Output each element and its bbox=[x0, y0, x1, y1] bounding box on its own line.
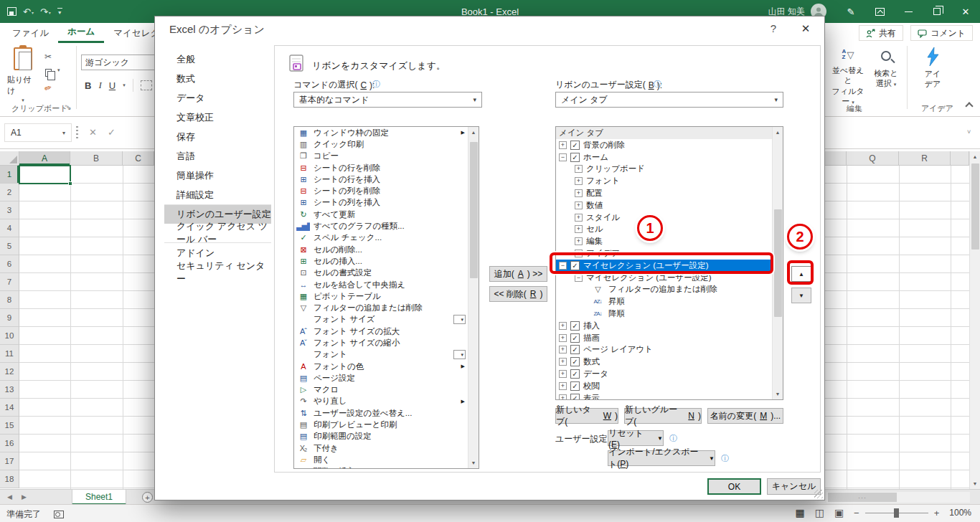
dialog-help-button[interactable]: ? bbox=[765, 22, 782, 34]
ribbon-tree-item[interactable]: +✓挿入 bbox=[556, 320, 772, 332]
underline-button[interactable]: U bbox=[109, 80, 116, 91]
expand-box-icon[interactable]: + bbox=[575, 237, 583, 245]
row-header-3[interactable]: 3 bbox=[0, 201, 19, 219]
minimize-button[interactable] bbox=[894, 0, 923, 23]
normal-view-icon[interactable]: ▦ bbox=[795, 507, 804, 518]
dialog-launcher-icon[interactable]: ⇘ bbox=[66, 104, 72, 111]
expand-box-icon[interactable]: + bbox=[559, 334, 567, 342]
scrollbar-thumb[interactable] bbox=[470, 142, 478, 278]
tree-scrollbar[interactable]: ▲ ▼ bbox=[772, 127, 783, 399]
command-item[interactable]: ⊡セルの書式設定 bbox=[294, 267, 468, 279]
scrollbar-thumb[interactable]: ··· bbox=[828, 493, 897, 502]
grid-body[interactable] bbox=[825, 166, 969, 489]
ribbon-tree-item[interactable]: +スタイル bbox=[556, 212, 772, 224]
remove-button[interactable]: << 削除(R) bbox=[489, 286, 547, 302]
row-header-2[interactable]: 2 bbox=[0, 184, 19, 201]
zoom-thumb[interactable] bbox=[894, 508, 899, 518]
enter-entry-icon[interactable]: ✓ bbox=[108, 127, 116, 138]
ink-pen-icon[interactable]: ✎ bbox=[837, 0, 865, 23]
command-item[interactable]: ▤ページ設定 bbox=[294, 372, 468, 384]
sheet-tab[interactable]: Sheet1 bbox=[72, 490, 126, 505]
command-item[interactable]: ⊞シートの行を挿入 bbox=[294, 174, 468, 185]
command-item[interactable]: ↷やり直し▶ bbox=[294, 396, 468, 407]
checkbox[interactable]: ✓ bbox=[570, 153, 580, 162]
scroll-down-icon[interactable]: ▼ bbox=[773, 389, 783, 399]
italic-button[interactable]: I bbox=[98, 80, 101, 91]
import-export-button[interactable]: インポート/エクスポート(P)▼ bbox=[608, 450, 715, 466]
scroll-up-icon[interactable]: ▲ bbox=[468, 127, 479, 138]
collapse-box-icon[interactable]: − bbox=[559, 153, 567, 161]
row-header-4[interactable]: 4 bbox=[0, 219, 19, 237]
add-button[interactable]: 追加(A) >> bbox=[489, 266, 547, 282]
row-header-13[interactable]: 13 bbox=[0, 381, 19, 399]
command-item[interactable]: ▦ピボットテーブル bbox=[294, 290, 468, 302]
zoom-track[interactable] bbox=[865, 513, 928, 513]
macro-record-icon[interactable] bbox=[54, 511, 64, 518]
new-sheet-button[interactable]: + bbox=[142, 492, 153, 503]
ribbon-display-options-icon[interactable] bbox=[865, 0, 894, 23]
column-header-R[interactable]: R bbox=[899, 151, 951, 166]
command-item[interactable]: ▤印刷範囲の設定 bbox=[294, 431, 468, 442]
command-item[interactable]: ▦ウィンドウ枠の固定▶ bbox=[294, 127, 468, 138]
choose-commands-dropdown[interactable]: 基本的なコマンド ▾ bbox=[293, 92, 482, 108]
expand-box-icon[interactable]: + bbox=[559, 346, 567, 353]
row-header-10[interactable]: 10 bbox=[0, 327, 19, 345]
column-header-C[interactable]: C bbox=[123, 151, 154, 166]
checkbox[interactable]: ✓ bbox=[570, 357, 580, 366]
ribbon-tree-item[interactable]: +編集 bbox=[556, 235, 772, 247]
options-nav-item-8[interactable]: 詳細設定 bbox=[164, 185, 271, 204]
column-header-B[interactable]: B bbox=[70, 151, 123, 166]
row-header-6[interactable]: 6 bbox=[0, 255, 19, 273]
options-nav-item-2[interactable]: 数式 bbox=[164, 69, 271, 88]
ribbon-tree-item[interactable]: +✓ページ レイアウト bbox=[556, 344, 772, 356]
rename-button[interactable]: 名前の変更(M)... bbox=[707, 408, 783, 424]
options-nav-item-6[interactable]: 言語 bbox=[164, 146, 271, 166]
expand-box-icon[interactable]: + bbox=[559, 394, 567, 399]
borders-button[interactable] bbox=[141, 80, 152, 90]
next-sheet-icon[interactable]: ▶ bbox=[22, 493, 27, 500]
expand-box-icon[interactable]: + bbox=[575, 177, 583, 185]
options-nav-item-12[interactable]: セキュリティ センター bbox=[164, 262, 271, 282]
checkbox[interactable]: ✓ bbox=[570, 381, 580, 391]
command-item[interactable]: ↻すべて更新 bbox=[294, 209, 468, 220]
ribbon-tree-item[interactable]: +✓数式 bbox=[556, 356, 772, 368]
expand-box-icon[interactable]: + bbox=[559, 141, 567, 149]
move-down-button[interactable]: ▼ bbox=[791, 288, 811, 303]
prev-sheet-icon[interactable]: ◀ bbox=[7, 493, 12, 500]
dialog-close-button[interactable]: ✕ bbox=[796, 22, 815, 35]
chevron-down-icon[interactable]: ▾ bbox=[123, 82, 126, 88]
command-item[interactable]: ⊞シートの列を挿入 bbox=[294, 197, 468, 209]
command-item[interactable]: フォント▾ bbox=[294, 349, 468, 361]
command-item[interactable]: ▽フィルターの追加または削除 bbox=[294, 302, 468, 313]
new-tab-button[interactable]: 新しいタブ(W) bbox=[555, 408, 618, 424]
checkbox[interactable]: ✓ bbox=[570, 141, 580, 150]
command-item[interactable]: ▤印刷プレビューと印刷 bbox=[294, 419, 468, 430]
scroll-down-icon[interactable]: ▼ bbox=[468, 457, 479, 468]
page-break-view-icon[interactable]: ▣ bbox=[834, 507, 844, 518]
command-item[interactable]: ƒx関数の挿入 bbox=[294, 466, 468, 468]
expand-formula-bar-icon[interactable]: ˅ bbox=[967, 128, 971, 136]
options-nav-item-7[interactable]: 簡単操作 bbox=[164, 166, 271, 185]
ribbon-tab-2[interactable]: ホーム bbox=[58, 23, 104, 43]
ribbon-tree-item[interactable]: ▽フィルターの追加または削除 bbox=[556, 284, 772, 296]
info-icon[interactable]: ⓘ bbox=[721, 453, 729, 464]
expand-box-icon[interactable]: + bbox=[559, 322, 567, 330]
ribbon-tree-item[interactable]: +数値 bbox=[556, 199, 772, 212]
commands-scrollbar[interactable]: ▲ ▼ bbox=[468, 127, 479, 468]
ribbon-tree-item[interactable]: +フォント bbox=[556, 175, 772, 187]
share-button[interactable]: 共有 bbox=[859, 25, 903, 41]
formula-input[interactable] bbox=[825, 123, 966, 142]
vertical-scrollbar[interactable]: ▲ ▼ bbox=[969, 151, 980, 489]
row-header-1[interactable]: 1 bbox=[0, 166, 19, 184]
command-item[interactable]: ❐コピー bbox=[294, 151, 468, 162]
horizontal-scrollbar[interactable]: ··· bbox=[826, 492, 970, 503]
options-nav-item-1[interactable]: 全般 bbox=[164, 49, 271, 69]
row-header-8[interactable]: 8 bbox=[0, 291, 19, 309]
command-item[interactable]: X₂下付き bbox=[294, 442, 468, 454]
command-item[interactable]: ↔セルを結合して中央揃え bbox=[294, 279, 468, 290]
formula-bar-divider[interactable] bbox=[76, 126, 78, 139]
command-item[interactable]: Aフォントの色▶ bbox=[294, 361, 468, 372]
scroll-up-icon[interactable]: ▲ bbox=[970, 151, 980, 162]
cancel-button[interactable]: キャンセル bbox=[767, 478, 821, 495]
column-header-A[interactable]: A bbox=[19, 151, 70, 166]
